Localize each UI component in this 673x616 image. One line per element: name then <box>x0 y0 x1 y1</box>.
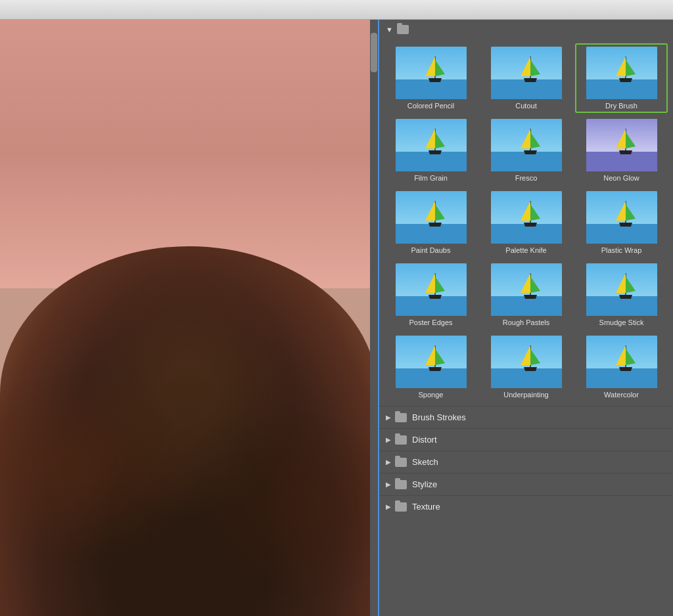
svg-marker-56 <box>429 295 442 299</box>
preview-scrollbar-thumb[interactable] <box>371 33 377 72</box>
filter-label-rough-pastels: Rough Pastels <box>503 319 550 326</box>
group-label-stylize: Stylize <box>412 479 437 489</box>
artistic-arrow-icon: ▼ <box>386 26 393 33</box>
svg-rect-79 <box>491 368 562 388</box>
filter-item-rough-pastels[interactable]: Rough Pastels <box>480 260 572 330</box>
group-folder-distort <box>395 435 407 445</box>
filter-item-smudge-stick[interactable]: Smudge Stick <box>575 260 668 330</box>
svg-rect-85 <box>586 368 657 388</box>
filter-thumbnail-palette-knife <box>491 191 562 244</box>
preview-scrollbar[interactable] <box>370 20 378 616</box>
filter-label-film-grain: Film Grain <box>414 174 448 182</box>
filter-label-sponge: Sponge <box>419 391 444 399</box>
group-distort[interactable]: ▶Distort <box>379 428 673 451</box>
group-sketch[interactable]: ▶Sketch <box>379 451 673 473</box>
group-arrow-brush-strokes: ▶ <box>386 414 391 421</box>
svg-marker-26 <box>524 150 537 154</box>
filter-item-neon-glow[interactable]: Neon Glow <box>575 116 668 185</box>
preview-image <box>0 20 378 616</box>
svg-rect-7 <box>491 79 562 99</box>
filter-browser-panel: ▼ Colored PencilCutoutDry BrushFilm Grai… <box>378 20 673 616</box>
svg-rect-67 <box>586 296 657 316</box>
svg-rect-13 <box>586 79 657 99</box>
filter-label-neon-glow: Neon Glow <box>603 174 639 182</box>
group-folder-brush-strokes <box>395 413 407 422</box>
svg-marker-20 <box>429 150 442 154</box>
filter-thumbnail-cutout <box>491 47 562 99</box>
svg-rect-19 <box>396 152 467 171</box>
filter-item-paint-daubs[interactable]: Paint Daubs <box>384 188 477 257</box>
title-bar <box>0 0 673 20</box>
filter-thumbnail-underpainting <box>491 336 562 388</box>
filter-item-underpainting[interactable]: Underpainting <box>480 332 572 402</box>
preview-panel <box>0 20 378 616</box>
filter-thumbnail-dry-brush <box>586 47 657 99</box>
filter-thumbnail-film-grain <box>396 119 467 171</box>
filter-item-sponge[interactable]: Sponge <box>384 332 477 402</box>
filter-thumbnail-smudge-stick <box>586 263 657 316</box>
svg-marker-62 <box>524 295 537 299</box>
group-arrow-distort: ▶ <box>386 436 391 443</box>
filter-item-cutout[interactable]: Cutout <box>480 43 572 113</box>
filter-label-colored-pencil: Colored Pencil <box>407 102 455 110</box>
filter-label-paint-daubs: Paint Daubs <box>411 246 451 254</box>
svg-rect-55 <box>396 296 467 316</box>
svg-rect-61 <box>491 296 562 316</box>
filter-label-poster-edges: Poster Edges <box>409 319 452 326</box>
svg-rect-1 <box>396 79 467 99</box>
filter-item-colored-pencil[interactable]: Colored Pencil <box>384 43 477 113</box>
main-content: ▼ Colored PencilCutoutDry BrushFilm Grai… <box>0 20 673 616</box>
filter-label-palette-knife: Palette Knife <box>505 246 546 254</box>
group-label-sketch: Sketch <box>412 457 438 467</box>
svg-rect-73 <box>396 368 467 388</box>
svg-marker-50 <box>619 223 632 227</box>
filter-item-fresco[interactable]: Fresco <box>480 116 572 185</box>
svg-rect-37 <box>396 224 467 244</box>
filter-thumbnail-fresco <box>491 119 562 171</box>
group-brush-strokes[interactable]: ▶Brush Strokes <box>379 406 673 428</box>
svg-marker-32 <box>619 150 632 154</box>
filter-label-watercolor: Watercolor <box>604 391 639 399</box>
filter-thumbnail-neon-glow <box>586 119 657 171</box>
svg-marker-68 <box>619 295 632 299</box>
filter-item-poster-edges[interactable]: Poster Edges <box>384 260 477 330</box>
group-arrow-sketch: ▶ <box>386 458 391 466</box>
group-label-distort: Distort <box>412 435 437 445</box>
filter-item-plastic-wrap[interactable]: Plastic Wrap <box>575 188 668 257</box>
group-texture[interactable]: ▶Texture <box>379 495 673 517</box>
filter-label-dry-brush: Dry Brush <box>605 102 638 110</box>
filter-label-fresco: Fresco <box>515 174 538 182</box>
svg-marker-8 <box>524 78 537 82</box>
filter-label-underpainting: Underpainting <box>503 391 549 399</box>
group-stylize[interactable]: ▶Stylize <box>379 473 673 495</box>
group-arrow-texture: ▶ <box>386 503 391 510</box>
svg-marker-80 <box>524 367 537 371</box>
group-folder-sketch <box>395 458 407 467</box>
filter-thumbnail-watercolor <box>586 336 657 388</box>
group-folder-stylize <box>395 480 407 489</box>
filter-label-plastic-wrap: Plastic Wrap <box>601 246 642 254</box>
filter-label-cutout: Cutout <box>515 102 536 110</box>
group-label-brush-strokes: Brush Strokes <box>412 412 466 422</box>
filter-item-watercolor[interactable]: Watercolor <box>575 332 668 402</box>
filter-thumbnail-paint-daubs <box>396 191 467 244</box>
artistic-section-header[interactable]: ▼ <box>379 20 673 39</box>
artistic-folder-icon <box>397 25 409 34</box>
svg-rect-49 <box>586 224 657 244</box>
filter-thumbnail-rough-pastels <box>491 263 562 316</box>
filter-item-dry-brush[interactable]: Dry Brush <box>575 43 668 113</box>
group-arrow-stylize: ▶ <box>386 481 391 488</box>
svg-rect-43 <box>491 224 562 244</box>
svg-marker-44 <box>524 223 537 227</box>
filter-item-palette-knife[interactable]: Palette Knife <box>480 188 572 257</box>
svg-marker-74 <box>429 367 442 371</box>
group-folder-texture <box>395 502 407 512</box>
filter-thumbnail-sponge <box>396 336 467 388</box>
group-label-texture: Texture <box>412 502 440 512</box>
filter-thumbnail-plastic-wrap <box>586 191 657 244</box>
filter-thumbnail-poster-edges <box>396 263 467 316</box>
svg-rect-25 <box>491 152 562 171</box>
svg-marker-86 <box>619 367 632 371</box>
filter-item-film-grain[interactable]: Film Grain <box>384 116 477 185</box>
svg-rect-31 <box>586 152 657 171</box>
